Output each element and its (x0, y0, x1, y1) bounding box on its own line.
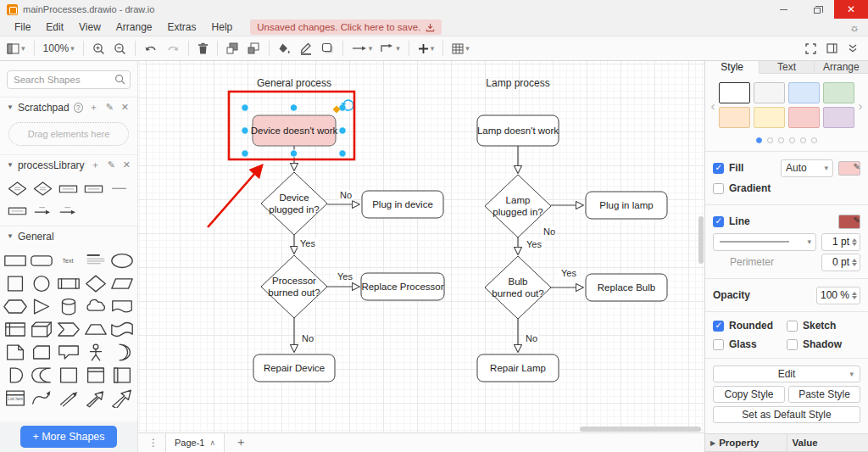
perimeter-field[interactable]: 0 pt (821, 254, 860, 271)
library-diamond-snippet-0[interactable] (5, 178, 29, 198)
menu-arrange[interactable]: Arrange (108, 20, 160, 35)
stepper-icon[interactable] (852, 259, 857, 266)
menu-view[interactable]: View (71, 20, 108, 35)
shape-horizontal-container-icon[interactable] (108, 364, 136, 387)
canvas-vertical-scrollbar[interactable] (698, 216, 704, 264)
library-box-snippet-5[interactable] (5, 200, 29, 220)
flow-node[interactable]: Replace Processor (361, 273, 444, 300)
shadow-icon[interactable] (321, 42, 334, 54)
pagination-dot-1[interactable] (767, 137, 773, 143)
shape-ellipse-icon[interactable] (108, 249, 136, 272)
close-button[interactable]: ✕ (834, 0, 868, 19)
add-to-library-icon[interactable]: ＋ (89, 159, 102, 171)
shape-rectangle-icon[interactable] (2, 249, 29, 272)
process-library-section-header[interactable]: ▼ processLibrary ＋ ✎ ✕ (0, 154, 137, 175)
menu-extras[interactable]: Extras (160, 20, 204, 35)
edge-label[interactable]: Yes (526, 239, 542, 249)
gradient-checkbox[interactable] (713, 183, 724, 194)
zoom-in-icon[interactable] (92, 42, 105, 55)
shape-curve-icon[interactable] (29, 387, 56, 410)
shape-triangle-icon[interactable] (29, 295, 56, 318)
flow-node[interactable]: Lampplugged in? (485, 175, 551, 237)
minimize-button[interactable] (766, 0, 800, 19)
fullscreen-icon[interactable] (805, 43, 816, 54)
shape-textbox-icon[interactable] (82, 249, 109, 272)
redo-icon[interactable] (166, 43, 180, 53)
shape-callout-icon[interactable] (55, 341, 82, 364)
flow-node[interactable]: Lamp doesn't work (477, 115, 559, 146)
shape-tape-icon[interactable] (108, 318, 136, 341)
zoom-out-icon[interactable] (114, 42, 126, 55)
style-preset-6[interactable] (788, 107, 820, 128)
unsaved-changes-banner[interactable]: Unsaved changes. Click here to save. (250, 20, 442, 35)
flowchart-title[interactable]: General process (257, 77, 331, 89)
style-preset-7[interactable] (823, 107, 854, 128)
shape-step-icon[interactable] (55, 318, 82, 341)
line-color-swatch[interactable]: ✎ (838, 215, 860, 229)
glass-checkbox[interactable] (713, 339, 724, 350)
pagination-dot-0[interactable] (756, 137, 762, 143)
more-shapes-button[interactable]: + More Shapes (20, 426, 116, 448)
shadow-checkbox[interactable] (787, 339, 798, 350)
shape-rounded-rectangle-icon[interactable] (29, 249, 56, 272)
pagination-dot-5[interactable] (811, 137, 817, 143)
selection-handle[interactable] (339, 104, 346, 111)
edit-library-icon[interactable]: ✎ (106, 159, 117, 170)
pagination-dot-4[interactable] (800, 137, 806, 143)
shape-arrow-2-icon[interactable] (108, 387, 136, 410)
shape-trapezoid-icon[interactable] (82, 318, 109, 341)
shape-internal-storage-icon[interactable] (2, 318, 29, 341)
shape-list-icon[interactable]: List Item (2, 387, 29, 410)
canvas-horizontal-scrollbar[interactable] (580, 427, 701, 432)
scratchpad-dropzone[interactable]: Drag elements here (8, 122, 129, 146)
shape-actor-icon[interactable] (82, 341, 109, 364)
library-arrow-snippet-6[interactable] (31, 200, 54, 220)
tab-text[interactable]: Text (760, 61, 814, 73)
library-diamond-snippet-1[interactable] (31, 178, 54, 198)
selection-handle[interactable] (242, 104, 248, 111)
table-button[interactable]: ▾ (452, 43, 470, 54)
flow-node[interactable]: Device doesn't work (251, 115, 338, 146)
flow-node[interactable]: Plug in lamp (586, 192, 667, 219)
edge-label[interactable]: No (302, 333, 314, 343)
style-preset-1[interactable] (754, 82, 785, 103)
shape-link-icon[interactable] (55, 387, 82, 410)
library-arrow-snippet-7[interactable] (56, 200, 80, 220)
help-icon[interactable]: ? (74, 103, 83, 113)
shape-card-icon[interactable] (29, 341, 56, 364)
set-default-style-button[interactable]: Set as Default Style (713, 406, 860, 423)
zoom-level-dropdown[interactable]: 100%▾ (43, 42, 75, 54)
shape-hexagon-icon[interactable] (2, 295, 29, 318)
shape-cloud-icon[interactable] (82, 295, 109, 318)
edit-scratchpad-icon[interactable]: ✎ (104, 102, 115, 113)
edge-label[interactable]: Yes (337, 271, 353, 282)
style-preset-4[interactable] (719, 107, 750, 128)
shape-vertical-container-icon[interactable] (82, 364, 109, 387)
library-text-snippet-4[interactable] (107, 178, 131, 198)
copy-style-button[interactable]: Copy Style (713, 386, 785, 403)
shape-container-icon[interactable] (55, 364, 82, 387)
shape-arrow-icon[interactable] (82, 387, 109, 410)
shape-and-icon[interactable] (2, 364, 29, 387)
shape-parallelogram-icon[interactable] (108, 272, 136, 295)
flow-node[interactable]: Plug in device (362, 191, 443, 218)
line-checkbox[interactable] (713, 216, 724, 227)
shape-cylinder-icon[interactable] (55, 295, 82, 318)
tab-style[interactable]: Style (705, 61, 760, 74)
edge-label[interactable]: Yes (300, 238, 315, 248)
collapse-toolbar-icon[interactable] (848, 43, 858, 53)
shape-cube-icon[interactable] (29, 318, 56, 341)
selection-handle[interactable] (242, 150, 248, 157)
shape-circle-icon[interactable] (29, 272, 56, 295)
pagination-dot-2[interactable] (778, 137, 784, 143)
edge-label[interactable]: No (526, 333, 537, 343)
flow-node[interactable]: Bulbburned out? (485, 256, 551, 319)
page-tab[interactable]: Page-1 ∧ (165, 433, 225, 452)
menu-file[interactable]: File (7, 20, 38, 35)
rounded-checkbox[interactable] (713, 321, 724, 332)
flow-node[interactable]: Replace Bulb (586, 274, 667, 301)
selection-handle[interactable] (339, 150, 346, 157)
fill-color-swatch[interactable]: ✎ (838, 161, 860, 176)
insert-button[interactable]: ▾ (418, 43, 435, 54)
pagination-dot-3[interactable] (789, 137, 795, 143)
